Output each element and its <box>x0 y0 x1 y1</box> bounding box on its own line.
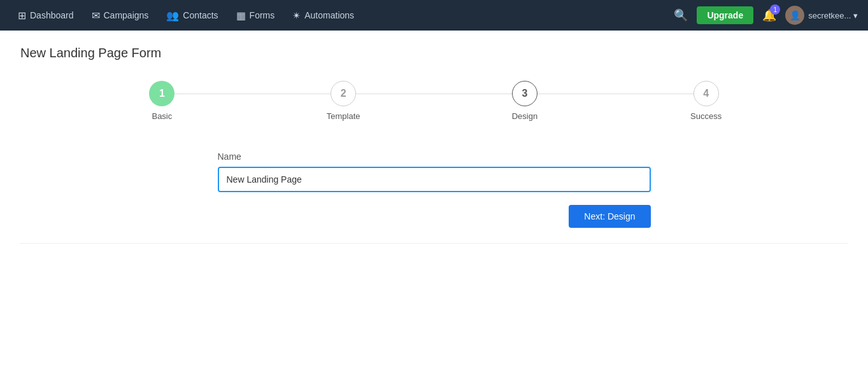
dashboard-icon: ⊞ <box>18 10 26 22</box>
nav-contacts[interactable]: 👥 Contacts <box>159 4 225 27</box>
nav-dashboard-label: Dashboard <box>30 10 74 20</box>
nav-contacts-label: Contacts <box>183 10 218 20</box>
step-2: 2 Template <box>253 81 434 121</box>
page-content: New Landing Page Form 1 Basic 2 Template… <box>0 31 868 259</box>
notifications-button[interactable]: 🔔 1 <box>758 4 780 26</box>
form-section: Name Next: Design <box>218 151 651 228</box>
campaigns-icon: ✉ <box>92 10 100 22</box>
stepper: 1 Basic 2 Template 3 Design 4 Success <box>20 81 848 121</box>
contacts-icon: 👥 <box>166 10 179 22</box>
step-circle-1: 1 <box>149 81 174 106</box>
search-button[interactable]: 🔍 <box>670 4 692 26</box>
nav-right: 🔍 Upgrade 🔔 1 👤 secretkee... ▾ <box>670 4 858 26</box>
avatar-icon: 👤 <box>790 10 800 20</box>
step-label-2: Template <box>327 111 360 121</box>
step-circle-4: 4 <box>694 81 719 106</box>
step-label-4: Success <box>690 111 722 121</box>
nav-forms[interactable]: ▦ Forms <box>229 4 283 27</box>
next-button[interactable]: Next: Design <box>569 205 650 228</box>
forms-icon: ▦ <box>236 10 246 22</box>
form-actions: Next: Design <box>218 205 651 228</box>
name-input[interactable] <box>218 167 651 192</box>
user-label: secretkee... ▾ <box>808 11 858 20</box>
step-label-1: Basic <box>152 111 172 121</box>
user-menu[interactable]: 👤 secretkee... ▾ <box>785 6 858 25</box>
step-circle-2: 2 <box>331 81 356 106</box>
bottom-divider <box>20 243 848 244</box>
nav-automations-label: Automations <box>304 10 354 20</box>
step-label-3: Design <box>512 111 537 121</box>
avatar: 👤 <box>785 6 804 25</box>
automations-icon: ✴ <box>292 10 301 22</box>
step-3: 3 Design <box>434 81 616 121</box>
step-1: 1 Basic <box>71 81 253 121</box>
nav-campaigns-label: Campaigns <box>104 10 149 20</box>
page-title: New Landing Page Form <box>20 46 848 60</box>
step-circle-3: 3 <box>512 81 537 106</box>
nav-forms-label: Forms <box>250 10 275 20</box>
name-label: Name <box>218 151 651 162</box>
upgrade-button[interactable]: Upgrade <box>697 6 753 24</box>
nav-dashboard[interactable]: ⊞ Dashboard <box>10 4 82 27</box>
navbar: ⊞ Dashboard ✉ Campaigns 👥 Contacts ▦ For… <box>0 0 868 31</box>
notification-badge: 1 <box>770 4 780 15</box>
step-4: 4 Success <box>615 81 797 121</box>
nav-campaigns[interactable]: ✉ Campaigns <box>84 4 157 27</box>
nav-automations[interactable]: ✴ Automations <box>285 4 362 27</box>
